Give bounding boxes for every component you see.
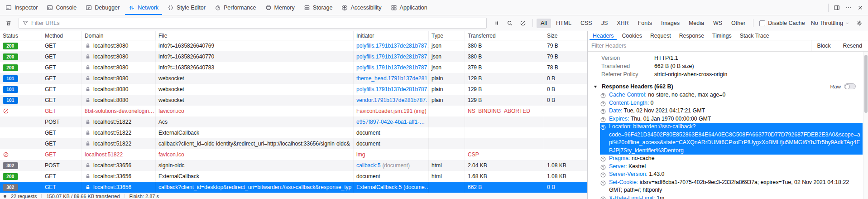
lock-icon	[85, 64, 91, 71]
initiator-text[interactable]: polyfills.1791b137de281b787…	[356, 64, 429, 71]
request-row[interactable]: POSTlocalhost:51822Acse957f897-042e-4ba1…	[0, 116, 587, 127]
detail-tab-headers[interactable]: Headers	[589, 31, 618, 40]
close-devtools-button[interactable]	[854, 2, 866, 14]
header-row[interactable]: Date: Tue, 02 Nov 2021 04:17:21 GMT	[588, 107, 868, 115]
header-value: Kestrel	[628, 163, 646, 170]
filter-other[interactable]: Other	[727, 19, 749, 28]
filter-headers-input[interactable]	[588, 40, 811, 51]
detail-tab-request[interactable]: Request	[646, 31, 675, 40]
initiator-text[interactable]: polyfills.1791b137de281b787…	[356, 86, 429, 92]
header-row[interactable]: Server-Version: 1.43.0	[588, 170, 868, 179]
request-row[interactable]: 200GETlocalhost:8080info?t=1635826640769…	[0, 40, 587, 51]
column-header-domain[interactable]: Domain	[82, 31, 156, 40]
help-icon	[600, 92, 606, 99]
request-row[interactable]: GETlocalhost:51822ExternalCallbackdocume…	[0, 127, 587, 138]
header-row[interactable]: Expires: Thu, 01 Jan 1970 00:00:00 GMT	[588, 115, 868, 123]
dock-side-button[interactable]	[831, 2, 843, 14]
column-header-size[interactable]: Size	[544, 31, 587, 40]
column-header-status[interactable]: Status	[0, 31, 42, 40]
block-button[interactable]: Block	[811, 40, 837, 51]
summary-row: VersionHTTP/1.1	[588, 54, 868, 62]
request-row[interactable]: GET8bit-solutions-dev.onelogin…favicon.i…	[0, 106, 587, 116]
request-row[interactable]: 200GETlocalhost:8080info?t=1635826640783…	[0, 62, 587, 73]
scrollbar-track[interactable]	[863, 52, 868, 199]
request-row[interactable]: 200GETlocalhost:33656ExternalCallbackdoc…	[0, 171, 587, 182]
column-header-initiator[interactable]: Initiator	[354, 31, 429, 40]
filter-html[interactable]: HTML	[552, 19, 575, 28]
filter-js[interactable]: JS	[597, 19, 612, 28]
method-cell: GET	[42, 95, 82, 106]
response-headers-section[interactable]: Response Headers (662 B) Raw	[588, 82, 868, 91]
initiator-text[interactable]: theme_head.1791b137de281…	[356, 75, 429, 82]
header-row[interactable]: Set-Cookie: idsrv=adf6cba1-7075-402b-9ec…	[588, 179, 868, 194]
column-header-file[interactable]: File	[156, 31, 354, 40]
tab-performance[interactable]: Performance	[210, 0, 261, 15]
initiator-text[interactable]: polyfills.1791b137de281b787…	[356, 53, 429, 60]
initiator-text[interactable]: e957f897-042e-4ba1-aff1-…	[356, 119, 425, 125]
request-row[interactable]: 101GETlocalhost:8080websocketpolyfills.1…	[0, 84, 587, 95]
domain-cell: localhost:8080	[82, 62, 156, 73]
column-header-method[interactable]: Method	[42, 31, 82, 40]
request-row[interactable]: 302GETlocalhost:33656callback?client_id=…	[0, 182, 587, 193]
detail-tab-response[interactable]: Response	[675, 31, 708, 40]
detail-tab-stack-trace[interactable]: Stack Trace	[736, 31, 773, 40]
scrollbar-thumb[interactable]	[864, 55, 868, 113]
network-settings-button[interactable]	[854, 17, 865, 29]
request-row[interactable]: GETlocalhost:51822favicon.icoimgCSP	[0, 149, 587, 160]
column-header-transferred[interactable]: Transferred	[465, 31, 544, 40]
section-triangle-slot	[592, 83, 599, 90]
header-row[interactable]: Server: Kestrel	[588, 163, 868, 171]
tab-application[interactable]: Application	[386, 0, 432, 15]
detail-tab-timings[interactable]: Timings	[708, 31, 736, 40]
request-blocking-button[interactable]	[517, 17, 529, 29]
meatball-menu-button[interactable]	[843, 2, 854, 14]
tab-debugger[interactable]: Debugger	[81, 0, 124, 15]
filter-urls-box[interactable]	[19, 18, 487, 29]
devtools-tabbar: InspectorConsoleDebuggerNetworkStyle Edi…	[0, 0, 868, 15]
header-row[interactable]: Cache-Control: no-store, no-cache, max-a…	[588, 91, 868, 99]
filter-ws[interactable]: WS	[709, 19, 726, 28]
domain-cell: localhost:51822	[82, 138, 156, 149]
tab-memory[interactable]: Memory	[261, 0, 299, 15]
filter-css[interactable]: CSS	[576, 19, 596, 28]
pause-recording-button[interactable]	[491, 17, 503, 29]
tab-network[interactable]: Network	[124, 0, 163, 15]
filter-media[interactable]: Media	[685, 19, 708, 28]
filter-images[interactable]: Images	[657, 19, 684, 28]
type-filter-pills: AllHTMLCSSJSXHRFontsImagesMediaWSOther	[537, 19, 749, 28]
filter-urls-input[interactable]	[31, 20, 483, 26]
header-row[interactable]: Pragma: no-cache	[588, 155, 868, 163]
initiator-text[interactable]: ExternalCallback:5	[356, 184, 402, 190]
raw-toggle[interactable]	[844, 83, 856, 89]
initiator-text[interactable]: callback:5	[356, 162, 380, 169]
file-cell: signin-oidc	[156, 160, 354, 171]
header-row[interactable]: X-Rate-Limit-Limit: 1m	[588, 194, 868, 199]
disable-cache-checkbox[interactable]	[759, 20, 765, 26]
resend-button[interactable]: Resend	[837, 40, 868, 51]
status-cell: 101	[0, 84, 42, 95]
filter-fonts[interactable]: Fonts	[634, 19, 656, 28]
header-row[interactable]: Content-Length: 0	[588, 99, 868, 107]
throttling-select[interactable]: No Throttling	[809, 20, 852, 26]
tab-console[interactable]: Console	[42, 0, 81, 15]
column-header-type[interactable]: Type	[429, 31, 465, 40]
header-text: X-Rate-Limit-Limit: 1m	[609, 194, 863, 199]
header-row[interactable]: Location: bitwarden://sso-callback?code=…	[588, 123, 868, 155]
request-row[interactable]: 101GETlocalhost:8080websockettheme_head.…	[0, 73, 587, 84]
detail-tab-cookies[interactable]: Cookies	[618, 31, 646, 40]
tab-inspector[interactable]: Inspector	[1, 0, 42, 15]
request-row[interactable]: GETlocalhost:51822callback?client_id=oid…	[0, 138, 587, 149]
initiator-text[interactable]: polyfills.1791b137de281b787…	[356, 43, 429, 49]
initiator-text[interactable]: vendor.1791b137de281b787…	[356, 97, 429, 103]
tab-storage[interactable]: Storage	[299, 0, 337, 15]
tab-accessibility[interactable]: Accessibility	[337, 0, 386, 15]
tab-style-editor[interactable]: Style Editor	[163, 0, 210, 15]
search-button[interactable]	[504, 17, 516, 29]
request-row[interactable]: 302POSTlocalhost:33656signin-oidccallbac…	[0, 160, 587, 171]
request-row[interactable]: 200GETlocalhost:8080info?t=1635826640770…	[0, 51, 587, 62]
clear-requests-button[interactable]	[3, 17, 14, 29]
filter-xhr[interactable]: XHR	[613, 19, 633, 28]
filter-all[interactable]: All	[537, 19, 551, 28]
request-row[interactable]: 101GETlocalhost:8080websocketvendor.1791…	[0, 95, 587, 106]
disable-cache-control[interactable]: Disable Cache	[757, 20, 807, 26]
